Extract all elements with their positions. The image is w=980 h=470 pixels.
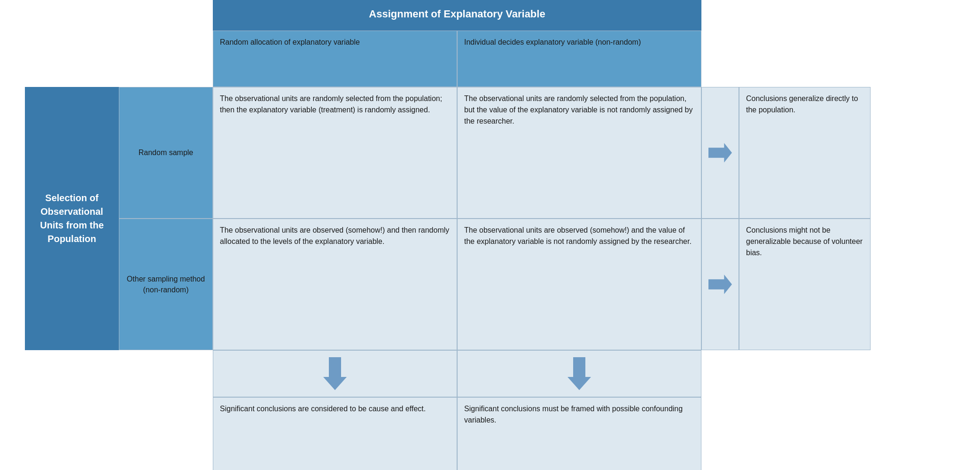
right-arrow-1 xyxy=(701,87,739,219)
cell-r3c4-text: The observational units are randomly sel… xyxy=(464,93,694,127)
col1-label-text: Random allocation of explanatory variabl… xyxy=(220,37,360,47)
empty-r5c2 xyxy=(119,350,213,397)
empty-r2c1 xyxy=(25,31,119,87)
cell-random-nonrandom: The observational units are randomly sel… xyxy=(457,87,701,219)
empty-r6c5 xyxy=(701,397,739,470)
empty-r1c6 xyxy=(739,0,871,31)
right-arrow-2 xyxy=(701,219,739,350)
down-arrow-1 xyxy=(213,350,457,397)
empty-r5c5 xyxy=(701,350,739,397)
empty-r6c1 xyxy=(25,397,119,470)
row-sub-header-random: Random sample xyxy=(119,87,213,219)
col-header-nonrandom: Individual decides explanatory variable … xyxy=(457,31,701,87)
empty-r1c1 xyxy=(25,0,119,31)
empty-r5c6 xyxy=(739,350,871,397)
empty-r2c5 xyxy=(701,31,739,87)
conclusion-right-2: Conclusions might not be generalizable b… xyxy=(739,219,871,350)
down-arrow-1-icon xyxy=(323,357,347,390)
col-header-random: Random allocation of explanatory variabl… xyxy=(213,31,457,87)
empty-r6c6 xyxy=(739,397,871,470)
empty-r1c2 xyxy=(119,0,213,31)
svg-marker-3 xyxy=(568,357,591,390)
row2-label-text: Other sampling method (non-random) xyxy=(126,274,206,295)
main-diagram: Assignment of Explanatory Variable Rando… xyxy=(25,0,955,470)
cell-r4c4-text: The observational units are observed (so… xyxy=(464,225,694,247)
row1-label-text: Random sample xyxy=(139,147,194,158)
bottom-conclusion-1-text: Significant conclusions are considered t… xyxy=(220,403,426,415)
cell-random-random: The observational units are randomly sel… xyxy=(213,87,457,219)
right-arrow-1-icon xyxy=(708,141,732,164)
right-arrow-2-icon xyxy=(708,273,732,296)
conclusion-right-1: Conclusions generalize directly to the p… xyxy=(739,87,871,219)
empty-r2c2 xyxy=(119,31,213,87)
row-sub-header-other: Other sampling method (non-random) xyxy=(119,219,213,350)
cell-r4c3-text: The observational units are observed (so… xyxy=(220,225,450,247)
bottom-conclusion-2-text: Significant conclusions must be framed w… xyxy=(464,403,694,426)
empty-r2c6 xyxy=(739,31,871,87)
bottom-conclusion-2: Significant conclusions must be framed w… xyxy=(457,397,701,470)
svg-marker-1 xyxy=(708,274,732,294)
empty-r5c1 xyxy=(25,350,119,397)
bottom-conclusion-1: Significant conclusions are considered t… xyxy=(213,397,457,470)
conclusion-right-1-text: Conclusions generalize directly to the p… xyxy=(746,93,863,116)
down-arrow-2-icon xyxy=(568,357,591,390)
down-arrow-2 xyxy=(457,350,701,397)
conclusion-right-2-text: Conclusions might not be generalizable b… xyxy=(746,225,863,258)
svg-marker-0 xyxy=(708,143,732,163)
cell-other-nonrandom: The observational units are observed (so… xyxy=(457,219,701,350)
svg-marker-2 xyxy=(323,357,347,390)
row-header-main: Selection of Observational Units from th… xyxy=(25,87,119,350)
col2-label-text: Individual decides explanatory variable … xyxy=(464,37,641,47)
main-header: Assignment of Explanatory Variable xyxy=(213,0,701,31)
main-header-text: Assignment of Explanatory Variable xyxy=(369,7,545,22)
empty-r1c5 xyxy=(701,0,739,31)
cell-other-random: The observational units are observed (so… xyxy=(213,219,457,350)
cell-r3c3-text: The observational units are randomly sel… xyxy=(220,93,450,116)
empty-r6c2 xyxy=(119,397,213,470)
row-header-main-text: Selection of Observational Units from th… xyxy=(32,191,112,246)
